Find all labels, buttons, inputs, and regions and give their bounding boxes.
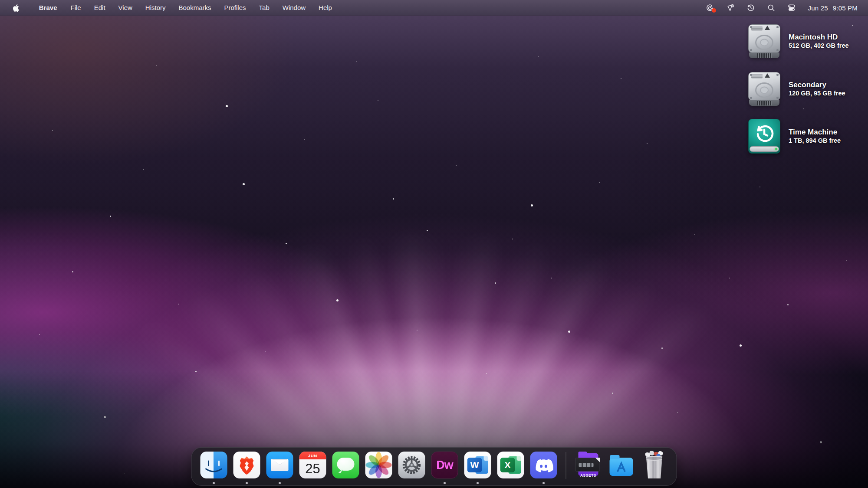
- dock-discord[interactable]: [530, 452, 557, 486]
- excel-icon: X: [497, 452, 524, 478]
- applications-folder-icon: [608, 452, 635, 478]
- volume-info: 1 TB, 894 GB free: [789, 137, 841, 145]
- dock-photos[interactable]: [365, 452, 392, 486]
- menu-edit[interactable]: Edit: [88, 0, 112, 16]
- word-glyph: W: [467, 458, 482, 472]
- fan-check-icon[interactable]: [726, 0, 735, 16]
- word-icon: W: [464, 452, 491, 478]
- apple-logo-icon: [13, 4, 19, 12]
- assets-folder-icon: ASSETS: [575, 452, 602, 478]
- dock-word[interactable]: W: [464, 452, 491, 486]
- volume-name: Secondary: [789, 80, 845, 89]
- notification-badge: [712, 8, 716, 13]
- dreamweaver-glyph: Dw: [436, 459, 453, 472]
- menu-profiles[interactable]: Profiles: [218, 0, 253, 16]
- menu-window[interactable]: Window: [276, 0, 312, 16]
- dock-calendar[interactable]: JUN 25: [299, 452, 326, 486]
- volume-name: Time Machine: [789, 128, 841, 137]
- dock-finder[interactable]: [201, 452, 227, 486]
- gauge-status-icon[interactable]: [706, 0, 714, 16]
- dock-trash[interactable]: [641, 452, 668, 486]
- control-center-icon[interactable]: [787, 0, 796, 16]
- assets-folder-label: ASSETS: [575, 473, 602, 478]
- dreamweaver-icon: Dw: [431, 452, 458, 478]
- menu-file[interactable]: File: [64, 0, 88, 16]
- menu-bookmarks[interactable]: Bookmarks: [172, 0, 217, 16]
- calendar-month: JUN: [299, 452, 326, 459]
- running-indicator: [213, 482, 215, 484]
- running-indicator: [279, 482, 281, 484]
- menu-brave[interactable]: Brave: [32, 0, 64, 16]
- apple-menu[interactable]: [10, 0, 22, 16]
- volume-name: Macintosh HD: [789, 33, 849, 42]
- volume-info: 512 GB, 402 GB free: [789, 42, 849, 50]
- time-machine-icon[interactable]: [746, 0, 755, 16]
- discord-icon: [530, 452, 557, 478]
- dock-dreamweaver[interactable]: Dw: [431, 452, 458, 486]
- calendar-day: 25: [299, 459, 326, 478]
- menu-history[interactable]: History: [139, 0, 172, 16]
- desktop-volumes: Macintosh HD 512 GB, 402 GB free Seconda…: [747, 23, 849, 166]
- desktop-volume-macintosh-hd[interactable]: Macintosh HD 512 GB, 402 GB free: [747, 23, 849, 59]
- running-indicator: [246, 482, 248, 484]
- dock-system-settings[interactable]: [398, 452, 425, 486]
- calendar-icon: JUN 25: [299, 452, 326, 478]
- internal-hard-drive-icon: [747, 71, 781, 107]
- running-indicator: [477, 482, 479, 484]
- running-indicator: [542, 482, 545, 484]
- brave-icon: [233, 452, 260, 478]
- finder-icon: [201, 452, 227, 478]
- trash-full-icon: [641, 452, 668, 480]
- menu-bar-clock[interactable]: Jun 25 9:05 PM: [808, 4, 858, 12]
- running-indicator: [444, 482, 446, 484]
- menu-tab[interactable]: Tab: [253, 0, 276, 16]
- dock-folder-applications[interactable]: [608, 452, 635, 486]
- settings-gear-icon: [398, 452, 425, 478]
- dock-divider: [566, 452, 566, 479]
- menu-bar-status-area: Jun 25 9:05 PM: [706, 0, 858, 16]
- desktop-volume-time-machine[interactable]: Time Machine 1 TB, 894 GB free: [747, 119, 849, 154]
- dock-messages[interactable]: [332, 452, 359, 486]
- clock-time: 9:05 PM: [833, 4, 858, 12]
- dock-folder-assets[interactable]: ASSETS: [575, 452, 602, 486]
- photos-icon: [365, 452, 392, 478]
- internal-hard-drive-icon: [747, 23, 781, 59]
- excel-glyph: X: [500, 458, 515, 472]
- menu-help[interactable]: Help: [312, 0, 339, 16]
- dock: JUN 25: [191, 447, 677, 486]
- time-machine-drive-icon: [747, 119, 781, 154]
- dock-mail[interactable]: [266, 452, 293, 486]
- dock-excel[interactable]: X: [497, 452, 524, 486]
- menu-view[interactable]: View: [112, 0, 139, 16]
- menu-bar: Brave File Edit View History Bookmarks P…: [0, 0, 868, 16]
- clock-date: Jun 25: [808, 4, 828, 12]
- volume-info: 120 GB, 95 GB free: [789, 89, 845, 98]
- mail-icon: [266, 452, 293, 478]
- desktop-volume-secondary[interactable]: Secondary 120 GB, 95 GB free: [747, 71, 849, 107]
- messages-icon: [332, 452, 359, 478]
- vignette: [0, 0, 868, 488]
- dock-brave[interactable]: [233, 452, 260, 486]
- spotlight-search-icon[interactable]: [767, 0, 776, 16]
